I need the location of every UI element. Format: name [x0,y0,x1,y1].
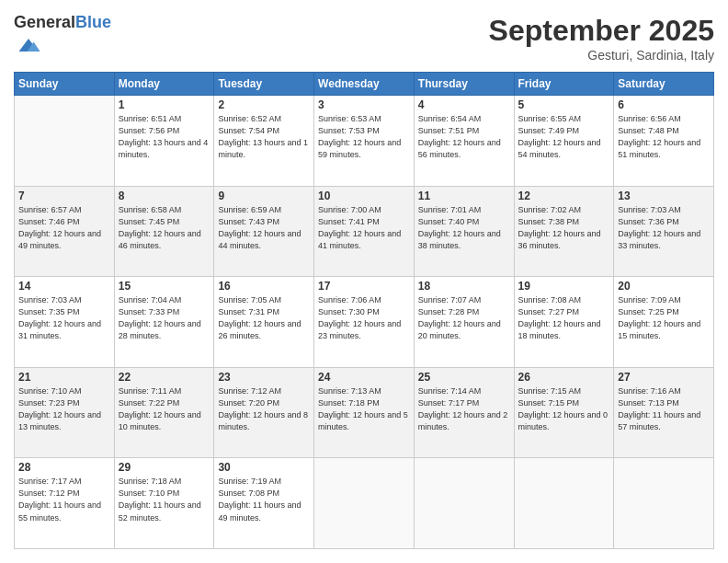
day-info: Sunrise: 7:17 AM Sunset: 7:12 PM Dayligh… [18,476,110,523]
day-info: Sunrise: 6:52 AM Sunset: 7:54 PM Dayligh… [218,113,310,161]
calendar-cell: 2Sunrise: 6:52 AM Sunset: 7:54 PM Daylig… [214,96,314,187]
calendar-cell: 17Sunrise: 7:06 AM Sunset: 7:30 PM Dayli… [314,277,415,368]
day-info: Sunrise: 7:10 AM Sunset: 7:23 PM Dayligh… [18,385,110,433]
calendar-cell: 19Sunrise: 7:08 AM Sunset: 7:27 PM Dayli… [514,277,614,368]
calendar-cell: 5Sunrise: 6:55 AM Sunset: 7:49 PM Daylig… [514,96,614,187]
header-thursday: Thursday [414,73,514,96]
calendar-cell: 13Sunrise: 7:03 AM Sunset: 7:36 PM Dayli… [614,186,714,277]
day-info: Sunrise: 6:58 AM Sunset: 7:45 PM Dayligh… [119,204,210,252]
calendar-cell: 22Sunrise: 7:11 AM Sunset: 7:22 PM Dayli… [114,367,214,458]
day-info: Sunrise: 7:18 AM Sunset: 7:10 PM Dayligh… [119,476,210,523]
day-number: 29 [119,461,210,474]
calendar-cell: 20Sunrise: 7:09 AM Sunset: 7:25 PM Dayli… [614,277,714,368]
day-info: Sunrise: 7:15 AM Sunset: 7:15 PM Dayligh… [518,385,610,433]
day-number: 1 [119,98,210,111]
day-number: 4 [418,98,510,111]
location-subtitle: Gesturi, Sardinia, Italy [489,48,714,63]
day-info: Sunrise: 6:59 AM Sunset: 7:43 PM Dayligh… [218,204,310,252]
calendar-cell: 12Sunrise: 7:02 AM Sunset: 7:38 PM Dayli… [514,186,614,277]
day-number: 15 [119,280,210,293]
day-info: Sunrise: 6:53 AM Sunset: 7:53 PM Dayligh… [318,113,410,161]
day-info: Sunrise: 7:12 AM Sunset: 7:20 PM Dayligh… [218,385,310,433]
day-number: 13 [618,190,710,202]
calendar-cell: 7Sunrise: 6:57 AM Sunset: 7:46 PM Daylig… [15,186,115,277]
day-number: 21 [18,371,110,384]
week-row-3: 14Sunrise: 7:03 AM Sunset: 7:35 PM Dayli… [15,277,714,368]
calendar-cell: 1Sunrise: 6:51 AM Sunset: 7:56 PM Daylig… [114,96,214,187]
calendar-cell: 9Sunrise: 6:59 AM Sunset: 7:43 PM Daylig… [214,186,314,277]
month-title: September 2025 [489,14,714,48]
calendar-cell: 21Sunrise: 7:10 AM Sunset: 7:23 PM Dayli… [15,367,115,458]
week-row-4: 21Sunrise: 7:10 AM Sunset: 7:23 PM Dayli… [15,367,714,458]
day-number: 3 [318,98,410,111]
day-number: 26 [518,371,610,384]
calendar-cell: 10Sunrise: 7:00 AM Sunset: 7:41 PM Dayli… [314,186,415,277]
day-info: Sunrise: 7:13 AM Sunset: 7:18 PM Dayligh… [318,385,410,433]
day-info: Sunrise: 7:16 AM Sunset: 7:13 PM Dayligh… [618,385,710,433]
calendar-cell: 25Sunrise: 7:14 AM Sunset: 7:17 PM Dayli… [414,367,514,458]
calendar-cell: 15Sunrise: 7:04 AM Sunset: 7:33 PM Dayli… [114,277,214,368]
day-number: 19 [518,280,610,293]
calendar-cell [314,458,415,549]
week-row-2: 7Sunrise: 6:57 AM Sunset: 7:46 PM Daylig… [15,186,714,277]
day-number: 18 [418,280,510,293]
day-info: Sunrise: 7:04 AM Sunset: 7:33 PM Dayligh… [119,294,210,342]
header-friday: Friday [514,73,614,96]
day-number: 17 [318,280,410,293]
calendar-cell [15,96,115,187]
week-row-1: 1Sunrise: 6:51 AM Sunset: 7:56 PM Daylig… [15,96,714,187]
header-sunday: Sunday [15,73,115,96]
day-number: 5 [518,98,610,111]
day-number: 2 [218,98,310,111]
day-info: Sunrise: 7:14 AM Sunset: 7:17 PM Dayligh… [418,385,510,433]
day-info: Sunrise: 7:11 AM Sunset: 7:22 PM Dayligh… [119,385,210,433]
day-number: 24 [318,371,410,384]
calendar-cell: 11Sunrise: 7:01 AM Sunset: 7:40 PM Dayli… [414,186,514,277]
logo-icon [16,32,41,58]
calendar-table: Sunday Monday Tuesday Wednesday Thursday… [14,72,714,549]
calendar-cell: 18Sunrise: 7:07 AM Sunset: 7:28 PM Dayli… [414,277,514,368]
day-info: Sunrise: 7:06 AM Sunset: 7:30 PM Dayligh… [318,294,410,342]
day-info: Sunrise: 7:01 AM Sunset: 7:40 PM Dayligh… [418,204,510,252]
header-tuesday: Tuesday [214,73,314,96]
day-info: Sunrise: 7:19 AM Sunset: 7:08 PM Dayligh… [218,476,310,523]
day-info: Sunrise: 7:03 AM Sunset: 7:36 PM Dayligh… [618,204,710,252]
day-number: 23 [218,371,310,384]
calendar-cell: 26Sunrise: 7:15 AM Sunset: 7:15 PM Dayli… [514,367,614,458]
day-number: 20 [618,280,710,293]
day-info: Sunrise: 6:54 AM Sunset: 7:51 PM Dayligh… [418,113,510,161]
calendar-cell: 4Sunrise: 6:54 AM Sunset: 7:51 PM Daylig… [414,96,514,187]
day-info: Sunrise: 6:57 AM Sunset: 7:46 PM Dayligh… [18,204,110,252]
logo-general-text: General [14,13,75,31]
calendar-cell: 6Sunrise: 6:56 AM Sunset: 7:48 PM Daylig… [614,96,714,187]
calendar-cell: 29Sunrise: 7:18 AM Sunset: 7:10 PM Dayli… [114,458,214,549]
day-info: Sunrise: 6:56 AM Sunset: 7:48 PM Dayligh… [618,113,710,161]
day-info: Sunrise: 7:08 AM Sunset: 7:27 PM Dayligh… [518,294,610,342]
calendar-cell: 8Sunrise: 6:58 AM Sunset: 7:45 PM Daylig… [114,186,214,277]
calendar-cell: 23Sunrise: 7:12 AM Sunset: 7:20 PM Dayli… [214,367,314,458]
day-info: Sunrise: 7:05 AM Sunset: 7:31 PM Dayligh… [218,294,310,342]
calendar-cell: 3Sunrise: 6:53 AM Sunset: 7:53 PM Daylig… [314,96,415,187]
day-number: 11 [418,190,510,202]
calendar-cell [514,458,614,549]
calendar-cell [414,458,514,549]
header-saturday: Saturday [614,73,714,96]
weekday-header-row: Sunday Monday Tuesday Wednesday Thursday… [15,73,714,96]
day-number: 14 [18,280,110,293]
calendar-cell: 28Sunrise: 7:17 AM Sunset: 7:12 PM Dayli… [15,458,115,549]
logo-blue-text: Blue [75,13,111,31]
day-number: 6 [618,98,710,111]
day-number: 30 [218,461,310,474]
day-number: 8 [119,190,210,202]
day-number: 10 [318,190,410,202]
day-number: 25 [418,371,510,384]
day-number: 12 [518,190,610,202]
logo: GeneralBlue [14,14,111,62]
header: GeneralBlue September 2025 Gesturi, Sard… [14,14,714,63]
calendar-cell: 14Sunrise: 7:03 AM Sunset: 7:35 PM Dayli… [15,277,115,368]
calendar-cell: 27Sunrise: 7:16 AM Sunset: 7:13 PM Dayli… [614,367,714,458]
day-number: 7 [18,190,110,202]
day-info: Sunrise: 6:55 AM Sunset: 7:49 PM Dayligh… [518,113,610,161]
day-info: Sunrise: 7:00 AM Sunset: 7:41 PM Dayligh… [318,204,410,252]
day-info: Sunrise: 6:51 AM Sunset: 7:56 PM Dayligh… [119,113,210,161]
